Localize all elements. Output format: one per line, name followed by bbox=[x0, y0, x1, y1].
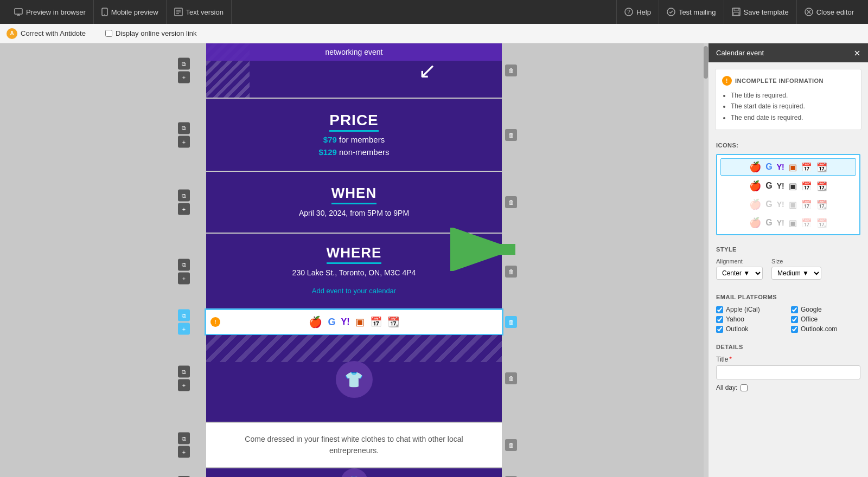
price-nonmembers-text: $129 non-members bbox=[217, 147, 491, 157]
incomplete-item-title: The title is required. bbox=[731, 90, 854, 101]
platform-office-checkbox[interactable] bbox=[791, 316, 798, 323]
copy-row-button[interactable]: ⧉ bbox=[178, 58, 190, 70]
copy-where-row[interactable]: ⧉ bbox=[178, 259, 190, 270]
save-icon bbox=[732, 8, 741, 16]
delete-row-button[interactable]: 🗑 bbox=[505, 65, 517, 76]
size-select[interactable]: Medium ▼ Small Large bbox=[771, 267, 821, 280]
google-icon-opt: G bbox=[765, 162, 772, 172]
mobile-preview-button[interactable]: Mobile preview bbox=[94, 0, 167, 24]
office-icon-opt: ▣ bbox=[789, 162, 797, 172]
all-day-checkbox[interactable] bbox=[741, 384, 748, 391]
copy-calicons-row[interactable]: ⧉ bbox=[178, 310, 190, 321]
when-block: WHEN April 30, 2024, from 5PM to 9PM bbox=[206, 172, 502, 233]
outlookcom-icon-light: 📆 bbox=[816, 199, 827, 210]
yahoo-icon-vdim: Y! bbox=[777, 218, 784, 227]
help-button[interactable]: ? Help bbox=[616, 0, 659, 24]
email-row-stripe: ⧉ + 🗑 👕 bbox=[206, 335, 502, 422]
icons-row-dark[interactable]: 🍎 G Y! ▣ 📅 📆 bbox=[720, 178, 856, 194]
incomplete-item-start: The start date is required. bbox=[731, 101, 854, 112]
title-input[interactable] bbox=[716, 365, 860, 379]
outlookcom-icon-dark: 📆 bbox=[816, 181, 827, 191]
platform-yahoo-checkbox[interactable] bbox=[716, 316, 723, 323]
outlook-icon-vdim: 📅 bbox=[801, 218, 812, 228]
add-when-row[interactable]: + bbox=[178, 203, 190, 215]
online-version-toggle[interactable]: Display online version link bbox=[105, 29, 197, 37]
outlook-icon-light: 📅 bbox=[801, 199, 812, 210]
all-day-row: All day: bbox=[716, 384, 860, 391]
copy-when-row[interactable]: ⧉ bbox=[178, 190, 190, 202]
platform-yahoo[interactable]: Yahoo bbox=[716, 315, 786, 323]
delete-text-row[interactable]: 🗑 bbox=[505, 439, 517, 451]
panel-close-icon[interactable] bbox=[854, 50, 860, 56]
close-editor-button[interactable]: Close editor bbox=[796, 0, 861, 24]
email-row-bottom: ⧉ 🗑 👕 bbox=[206, 468, 502, 477]
text-content-block: Come dressed in your finest white clothe… bbox=[206, 423, 502, 467]
icons-row-light[interactable]: 🍎 G Y! ▣ 📅 📆 bbox=[720, 196, 856, 212]
main-layout: ⧉ + 🗑 networking event ↙ bbox=[0, 43, 868, 477]
platform-apple-checkbox[interactable] bbox=[716, 306, 723, 313]
antidote-button[interactable]: A Correct with Antidote bbox=[7, 28, 86, 39]
copy-stripe-row[interactable]: ⧉ bbox=[178, 366, 190, 378]
outlookcom-icon-opt: 📆 bbox=[816, 162, 827, 172]
platform-office[interactable]: Office bbox=[791, 315, 860, 323]
scrollbar-thumb[interactable] bbox=[704, 46, 708, 79]
platform-google[interactable]: Google bbox=[791, 306, 860, 313]
when-header: WHEN bbox=[217, 185, 491, 204]
when-date-text: April 30, 2024, from 5PM to 9PM bbox=[217, 209, 491, 217]
platform-outlookcom-checkbox[interactable] bbox=[791, 326, 798, 333]
price-members-text: $79 for members bbox=[217, 135, 491, 144]
delete-when-row[interactable]: 🗑 bbox=[505, 196, 517, 208]
yahoo-icon-dark: Y! bbox=[777, 182, 784, 190]
email-row-networking: ⧉ + 🗑 networking event ↙ bbox=[206, 43, 502, 98]
copy-text-row[interactable]: ⧉ bbox=[178, 433, 190, 444]
yahoo-icon-opt: Y! bbox=[777, 163, 784, 171]
where-header: WHERE bbox=[217, 244, 491, 264]
add-calendar-link[interactable]: Add event to your calendar bbox=[217, 281, 491, 300]
yahoo-cal-icon: Y! bbox=[341, 317, 350, 327]
copy-price-row[interactable]: ⧉ bbox=[178, 122, 190, 134]
preview-browser-button[interactable]: Preview in browser bbox=[7, 0, 94, 24]
text-version-button[interactable]: Text version bbox=[167, 0, 232, 24]
outlookcom-icon-vdim: 📆 bbox=[816, 218, 827, 228]
add-where-row[interactable]: + bbox=[178, 272, 190, 284]
add-stripe-row[interactable]: + bbox=[178, 379, 190, 391]
bottom-circle: 👕 bbox=[341, 468, 368, 477]
icons-row-verydim[interactable]: 🍎 G Y! ▣ 📅 📆 bbox=[720, 215, 856, 231]
platform-outlookcom[interactable]: Outlook.com bbox=[791, 325, 860, 333]
stripe-block: 👕 bbox=[206, 335, 502, 422]
email-row-price: ⧉ + 🗑 PRICE $79 for members bbox=[206, 99, 502, 171]
online-version-checkbox[interactable] bbox=[105, 30, 112, 37]
delete-where-row[interactable]: 🗑 bbox=[505, 266, 517, 278]
outlook-icon-opt: 📅 bbox=[801, 162, 812, 172]
delete-calicons-row[interactable]: 🗑 bbox=[505, 316, 517, 328]
platform-apple[interactable]: Apple (iCal) bbox=[716, 306, 786, 313]
add-row-button[interactable]: + bbox=[178, 72, 190, 83]
where-address-text: 230 Lake St., Toronto, ON, M3C 4P4 bbox=[217, 268, 491, 277]
platforms-grid: Apple (iCal) Google Yahoo Office Outlook bbox=[716, 306, 860, 333]
icons-row-colored[interactable]: 🍎 G Y! ▣ 📅 📆 bbox=[720, 158, 856, 176]
scrollbar-track bbox=[704, 43, 708, 477]
text-version-icon bbox=[174, 8, 183, 16]
apple-cal-icon: 🍎 bbox=[309, 315, 322, 328]
apple-icon-light: 🍎 bbox=[749, 198, 761, 210]
canvas-area: ⧉ + 🗑 networking event ↙ bbox=[0, 43, 708, 477]
svg-text:?: ? bbox=[627, 9, 630, 15]
test-mailing-button[interactable]: Test mailing bbox=[659, 0, 724, 24]
delete-stripe-row[interactable]: 🗑 bbox=[505, 372, 517, 384]
add-text-row[interactable]: + bbox=[178, 446, 190, 458]
platform-outlook[interactable]: Outlook bbox=[716, 325, 786, 333]
alignment-select[interactable]: Center ▼ Left Right bbox=[716, 267, 763, 280]
save-template-button[interactable]: Save template bbox=[724, 0, 796, 24]
style-section: STYLE Alignment Center ▼ Left Right Size… bbox=[709, 241, 868, 288]
add-calicons-row[interactable]: + bbox=[178, 323, 190, 335]
size-control: Size Medium ▼ Small Large bbox=[771, 258, 821, 280]
delete-price-row[interactable]: 🗑 bbox=[505, 129, 517, 141]
outlook-cal-icon: 📅 bbox=[370, 316, 382, 328]
platform-outlook-checkbox[interactable] bbox=[716, 326, 723, 333]
add-price-row[interactable]: + bbox=[178, 136, 190, 147]
toolbar-left: Preview in browser Mobile preview Text v… bbox=[7, 0, 232, 24]
canvas-scroll[interactable]: ⧉ + 🗑 networking event ↙ bbox=[0, 43, 708, 477]
monitor-icon bbox=[14, 8, 23, 16]
panel-header: Calendar event bbox=[709, 43, 868, 62]
platform-google-checkbox[interactable] bbox=[791, 306, 798, 313]
